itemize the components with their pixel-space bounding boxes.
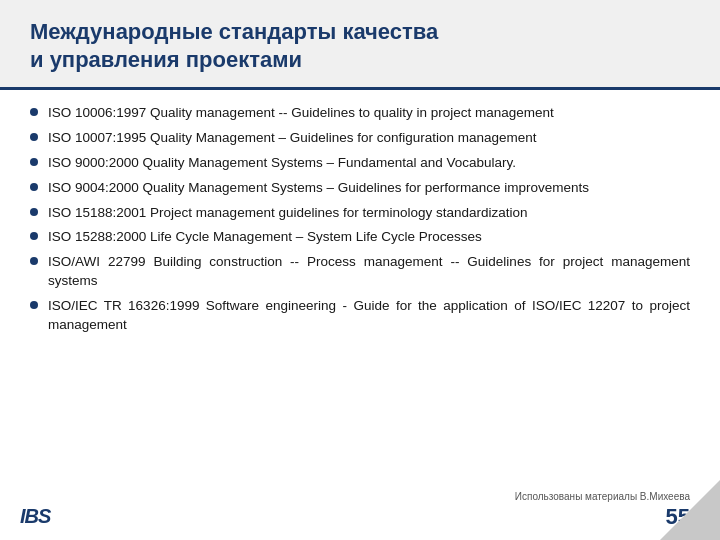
bullet-dot (30, 301, 38, 309)
bullet-text: ISO 10006:1997 Quality management -- Gui… (48, 104, 690, 123)
bullet-item: ISO 9000:2000 Quality Management Systems… (30, 154, 690, 173)
slide-content: ISO 10006:1997 Quality management -- Gui… (0, 90, 720, 487)
bullet-text: ISO 10007:1995 Quality Management – Guid… (48, 129, 690, 148)
logo-text: IBS (20, 505, 50, 528)
bullet-item: ISO 9004:2000 Quality Management Systems… (30, 179, 690, 198)
slide-footer: IBS Использованы материалы В.Михеева 55 (0, 487, 720, 540)
bullet-item: ISO/AWI 22799 Building construction -- P… (30, 253, 690, 291)
bullet-dot (30, 232, 38, 240)
title-line2: и управления проектами (30, 47, 302, 72)
bullet-dot (30, 158, 38, 166)
bullet-item: ISO/IEC TR 16326:1999 Software engineeri… (30, 297, 690, 335)
bullet-item: ISO 10006:1997 Quality management -- Gui… (30, 104, 690, 123)
bullet-text: ISO/IEC TR 16326:1999 Software engineeri… (48, 297, 690, 335)
bullet-dot (30, 133, 38, 141)
slide-title: Международные стандарты качества и управ… (30, 18, 690, 73)
corner-decoration (660, 480, 720, 540)
bullet-dot (30, 208, 38, 216)
bullet-item: ISO 10007:1995 Quality Management – Guid… (30, 129, 690, 148)
bullet-dot (30, 257, 38, 265)
bullet-text: ISO 15188:2001 Project management guidel… (48, 204, 690, 223)
bullet-text: ISO 15288:2000 Life Cycle Management – S… (48, 228, 690, 247)
slide: Международные стандарты качества и управ… (0, 0, 720, 540)
bullet-text: ISO 9000:2000 Quality Management Systems… (48, 154, 690, 173)
bullet-dot (30, 108, 38, 116)
bullet-dot (30, 183, 38, 191)
title-line1: Международные стандарты качества (30, 19, 438, 44)
bullet-text: ISO/AWI 22799 Building construction -- P… (48, 253, 690, 291)
logo: IBS (20, 502, 70, 530)
bullet-item: ISO 15288:2000 Life Cycle Management – S… (30, 228, 690, 247)
slide-header: Международные стандарты качества и управ… (0, 0, 720, 90)
bullet-text: ISO 9004:2000 Quality Management Systems… (48, 179, 690, 198)
bullet-item: ISO 15188:2001 Project management guidel… (30, 204, 690, 223)
